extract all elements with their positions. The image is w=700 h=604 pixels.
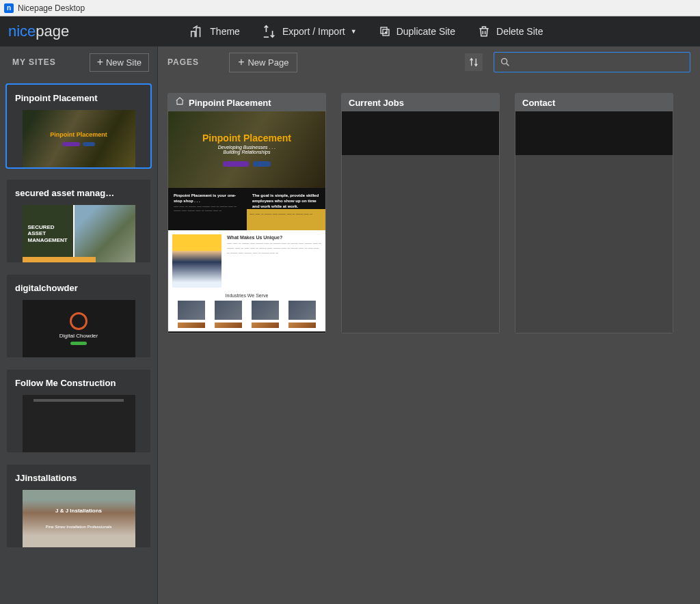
content-header: PAGES + New Page <box>158 46 700 78</box>
page-card-current-jobs[interactable]: Current Jobs <box>341 93 500 333</box>
preview-white-heading: What Makes Us Unique? <box>227 235 282 240</box>
theme-button[interactable]: Theme <box>185 21 244 42</box>
caret-down-icon: ▼ <box>351 28 357 35</box>
page-thumbnail <box>342 111 499 333</box>
preview-hero-title: Pinpoint Placement <box>202 133 291 143</box>
plus-icon: + <box>238 58 244 66</box>
site-thumbnail: SECURED ASSET MANAGEMENT <box>23 205 135 262</box>
duplicate-site-button[interactable]: Duplicate Site <box>375 23 459 40</box>
site-card-followme[interactable]: Follow Me Construction <box>7 370 150 452</box>
site-thumbnail: Digital Chowder <box>23 300 135 357</box>
theme-label: Theme <box>210 26 240 37</box>
new-site-label: New Site <box>106 57 142 68</box>
logo-part1: nice <box>8 23 36 40</box>
window-title: Nicepage Desktop <box>18 3 85 13</box>
content-area: PAGES + New Page <box>158 46 700 604</box>
sort-icon <box>468 57 479 68</box>
export-import-label: Export / Import <box>282 26 345 37</box>
app-icon: n <box>4 3 14 13</box>
window-titlebar: n Nicepage Desktop <box>0 0 700 16</box>
sidebar-title: MY SITES <box>12 57 56 67</box>
preview-industries-title: Industries We Serve <box>168 290 325 301</box>
home-icon <box>175 96 185 109</box>
page-card-contact[interactable]: Contact <box>515 93 673 333</box>
app-logo: nicepage <box>8 23 69 40</box>
new-site-button[interactable]: + New Site <box>90 53 149 72</box>
site-card-title: Follow Me Construction <box>7 370 150 395</box>
svg-point-2 <box>502 59 507 64</box>
sidebar: MY SITES + New Site Pinpoint Placement P… <box>0 46 158 604</box>
search-icon <box>500 57 511 68</box>
page-card-header: Current Jobs <box>342 94 499 111</box>
duplicate-site-label: Duplicate Site <box>396 26 455 37</box>
thumb-sam-text: SECURED ASSET MANAGEMENT <box>28 224 68 244</box>
app-body: MY SITES + New Site Pinpoint Placement P… <box>0 46 700 604</box>
logo-part2: page <box>36 23 69 40</box>
new-page-label: New Page <box>247 57 288 68</box>
new-page-button[interactable]: + New Page <box>229 53 297 72</box>
site-thumbnail: J & J Installations Pine Straw Installat… <box>23 490 135 547</box>
preview-hero-sub2: Building Relationships <box>224 150 271 154</box>
pages-grid: Pinpoint Placement Pinpoint Placement De… <box>158 78 700 604</box>
site-card-title: digitalchowder <box>7 275 150 300</box>
site-card-sam[interactable]: secured asset manag… SECURED ASSET MANAG… <box>7 180 150 262</box>
site-thumbnail: Pinpoint Placement <box>23 110 135 167</box>
plus-icon: + <box>97 58 103 66</box>
sort-button[interactable] <box>465 53 483 71</box>
preview-dark-left-title: Pinpoint Placement is your one-stop shop… <box>174 193 236 203</box>
theme-icon <box>189 24 204 39</box>
search-input[interactable] <box>511 57 690 68</box>
page-card-title: Current Jobs <box>349 98 404 108</box>
thumb-jj-sub: Pine Straw Installation Professionals <box>45 525 111 529</box>
preview-hero-sub1: Developing Businesses . . . <box>218 145 275 150</box>
site-thumbnail <box>23 395 135 452</box>
duplicate-icon <box>379 25 391 38</box>
site-card-jj[interactable]: JJinstallations J & J Installations Pine… <box>7 465 150 547</box>
site-card-title: Pinpoint Placement <box>7 85 150 110</box>
page-thumbnail <box>515 111 673 333</box>
sites-list[interactable]: Pinpoint Placement Pinpoint Placement se… <box>0 78 157 604</box>
search-box[interactable] <box>494 52 690 72</box>
top-toolbar: nicepage Theme Export / Import ▼ D <box>0 16 700 46</box>
pages-label: PAGES <box>167 57 199 67</box>
thumb-pinpoint-title: Pinpoint Placement <box>50 131 107 138</box>
export-import-icon <box>262 24 277 39</box>
page-card-header: Contact <box>515 94 673 111</box>
page-thumbnail: Pinpoint Placement Developing Businesses… <box>168 111 325 333</box>
preview-dark-right-title: The goal is simple, provide skilled empl… <box>252 193 319 208</box>
page-card-pinpoint[interactable]: Pinpoint Placement Pinpoint Placement De… <box>167 93 326 333</box>
site-card-title: secured asset manag… <box>7 180 150 205</box>
sidebar-header: MY SITES + New Site <box>0 46 157 78</box>
delete-site-button[interactable]: Delete Site <box>473 22 547 41</box>
delete-site-label: Delete Site <box>496 26 543 37</box>
page-card-header: Pinpoint Placement <box>168 94 325 111</box>
thumb-jj-title: J & J Installations <box>55 508 102 514</box>
export-import-button[interactable]: Export / Import ▼ <box>258 21 361 42</box>
site-card-pinpoint[interactable]: Pinpoint Placement Pinpoint Placement <box>7 85 150 167</box>
page-card-title: Contact <box>522 98 555 108</box>
page-card-title: Pinpoint Placement <box>189 98 271 108</box>
site-card-digitalchowder[interactable]: digitalchowder Digital Chowder <box>7 275 150 357</box>
site-card-title: JJinstallations <box>7 465 150 490</box>
trash-icon <box>477 25 491 38</box>
thumb-dc-title: Digital Chowder <box>59 333 98 339</box>
